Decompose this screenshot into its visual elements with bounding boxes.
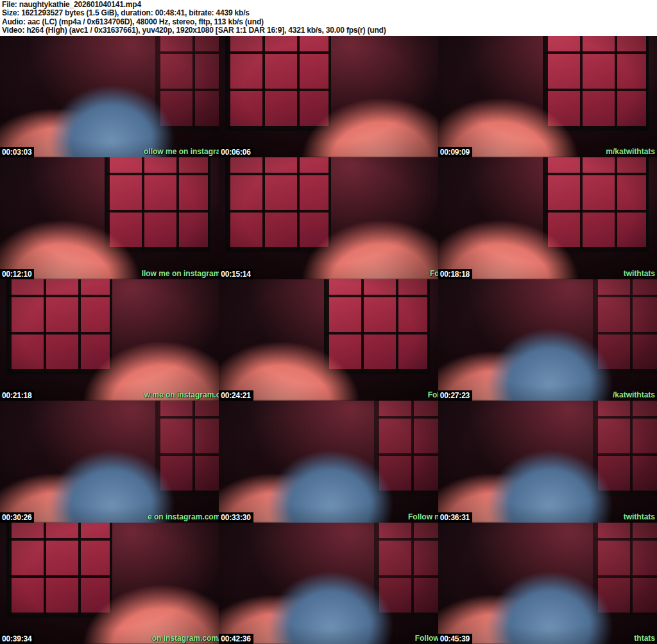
timestamp-label: 00:30:26 bbox=[0, 512, 34, 523]
video-thumbnail: twithtats 00:36:31 bbox=[438, 401, 657, 522]
video-thumbnail: Follow 00:42:36 bbox=[219, 523, 438, 644]
overlay-text: twithtats bbox=[624, 269, 655, 278]
timestamp-label: 00:18:18 bbox=[438, 269, 472, 279]
overlay-text: Follow n bbox=[408, 512, 438, 521]
vignette-overlay bbox=[219, 401, 438, 522]
timestamp-label: 00:12:10 bbox=[0, 269, 34, 279]
timestamp-label: 00:06:06 bbox=[219, 147, 253, 157]
vignette-overlay bbox=[438, 523, 657, 644]
vignette-overlay bbox=[438, 401, 657, 522]
video-thumbnail: llow me on instagram 00:12:10 bbox=[0, 157, 219, 279]
vignette-overlay bbox=[438, 279, 657, 401]
video-thumbnail: twithtats 00:18:18 bbox=[438, 157, 657, 279]
timestamp-label: 00:39:34 bbox=[0, 634, 34, 644]
vignette-overlay bbox=[0, 157, 219, 279]
timestamp-label: 00:27:23 bbox=[438, 390, 472, 401]
overlay-text: m/katwithtats bbox=[606, 147, 655, 156]
timestamp-label: 00:42:36 bbox=[219, 634, 253, 644]
video-thumbnail: m/katwithtats 00:09:09 bbox=[438, 36, 657, 157]
overlay-text: Fol bbox=[428, 390, 438, 399]
vignette-overlay bbox=[0, 279, 219, 401]
overlay-text: e on instagram.com bbox=[148, 512, 219, 521]
media-info-header: File: naughtykathie_202601040141.mp4 Siz… bbox=[0, 0, 657, 36]
video-thumbnail: w me on instagram.c 00:21:18 bbox=[0, 279, 219, 401]
video-thumbnail: Fol 00:24:21 bbox=[219, 279, 438, 401]
overlay-text: ollow me on instagra bbox=[144, 147, 219, 156]
file-size-line: Size: 1621293527 bytes (1.5 GiB), durati… bbox=[2, 9, 657, 17]
overlay-text: Follow bbox=[415, 634, 438, 643]
timestamp-label: 00:33:30 bbox=[219, 512, 253, 523]
vignette-overlay bbox=[438, 157, 657, 279]
overlay-text: llow me on instagram bbox=[142, 269, 219, 278]
video-thumbnail: thtats 00:45:39 bbox=[438, 523, 657, 644]
video-thumbnail: e on instagram.com 00:30:26 bbox=[0, 401, 219, 522]
timestamp-label: 00:15:14 bbox=[219, 269, 253, 279]
vignette-overlay bbox=[0, 401, 219, 522]
timestamp-label: 00:03:03 bbox=[0, 147, 34, 157]
vignette-overlay bbox=[438, 36, 657, 157]
audio-info-line: Audio: aac (LC) (mp4a / 0x6134706D), 480… bbox=[2, 18, 657, 26]
video-thumbnail: on instagram.com/ 00:39:34 bbox=[0, 523, 219, 644]
video-thumbnail: /katwithtats 00:27:23 bbox=[438, 279, 657, 401]
vignette-overlay bbox=[0, 36, 219, 157]
contact-sheet: File: naughtykathie_202601040141.mp4 Siz… bbox=[0, 0, 657, 644]
overlay-text: twithtats bbox=[624, 512, 655, 521]
timestamp-label: 00:24:21 bbox=[219, 390, 253, 401]
video-thumbnail: ollow me on instagra 00:03:03 bbox=[0, 36, 219, 157]
video-thumbnail: Fo 00:15:14 bbox=[219, 157, 438, 279]
vignette-overlay bbox=[219, 36, 438, 157]
overlay-text: /katwithtats bbox=[613, 390, 655, 399]
timestamp-label: 00:45:39 bbox=[438, 634, 472, 644]
thumbnail-grid: ollow me on instagra 00:03:03 00:06:06 m… bbox=[0, 36, 657, 644]
vignette-overlay bbox=[219, 279, 438, 401]
timestamp-label: 00:36:31 bbox=[438, 512, 472, 523]
video-thumbnail: 00:06:06 bbox=[219, 36, 438, 157]
video-thumbnail: Follow n 00:33:30 bbox=[219, 401, 438, 522]
file-name-line: File: naughtykathie_202601040141.mp4 bbox=[2, 1, 657, 9]
vignette-overlay bbox=[219, 157, 438, 279]
vignette-overlay bbox=[0, 523, 219, 644]
vignette-overlay bbox=[219, 523, 438, 644]
overlay-text: Fo bbox=[430, 269, 438, 278]
timestamp-label: 00:09:09 bbox=[438, 147, 472, 157]
timestamp-label: 00:21:18 bbox=[0, 390, 34, 401]
video-info-line: Video: h264 (High) (avc1 / 0x31637661), … bbox=[2, 26, 657, 35]
overlay-text: thtats bbox=[634, 634, 655, 643]
overlay-text: on instagram.com/ bbox=[152, 634, 219, 643]
overlay-text: w me on instagram.c bbox=[144, 390, 219, 399]
